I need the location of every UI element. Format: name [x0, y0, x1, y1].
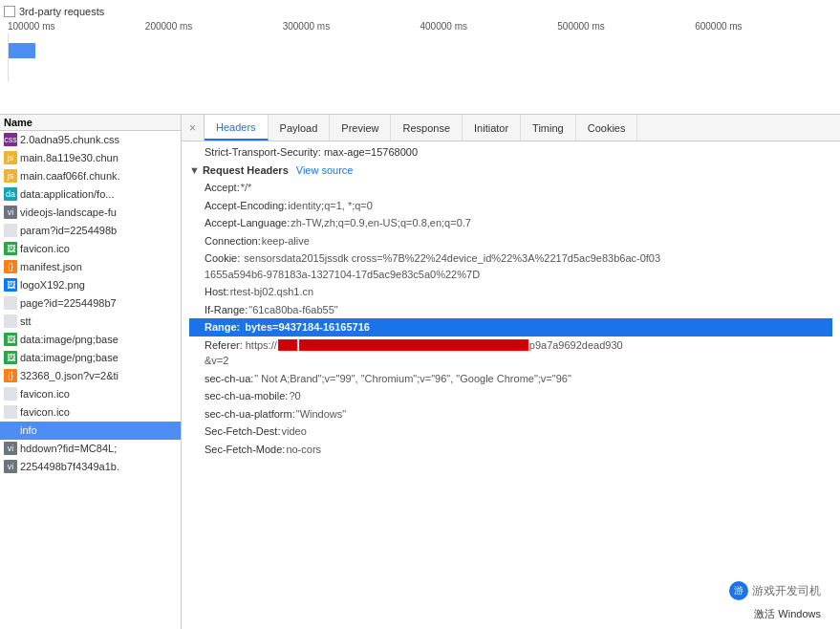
security-header-row: Strict-Transport-Security: max-age=15768… — [189, 145, 832, 159]
ruler-mark-5: 500000 ms — [557, 21, 695, 32]
file-name: manifest.json — [20, 261, 82, 272]
file-name: page?id=2254498b7 — [20, 297, 117, 309]
tab-preview[interactable]: Preview — [330, 115, 391, 141]
ruler-mark-3: 300000 ms — [283, 21, 420, 32]
list-item[interactable]: js main.caaf066f.chunk. — [0, 167, 181, 185]
tab-headers[interactable]: Headers — [205, 115, 269, 141]
list-item[interactable]: 🖼 favicon.ico — [0, 240, 181, 258]
list-item[interactable]: {} 32368_0.json?v=2&ti — [0, 367, 181, 385]
main-split: Name css 2.0adna95.chunk.css js main.8a1… — [0, 115, 840, 629]
header-value: rtest-bj02.qsh1.cn — [230, 284, 313, 300]
file-name: info — [20, 424, 37, 436]
file-name: data:image/png;base — [20, 334, 118, 345]
list-item[interactable]: js main.8a119e30.chun — [0, 149, 181, 167]
header-name: Accept-Language: — [205, 215, 290, 231]
header-value-after-redact: p9a7a9692dead930 — [529, 337, 623, 354]
header-row-accept: Accept: */* — [189, 179, 832, 197]
request-headers-section: ▼ Request Headers View source — [189, 164, 832, 176]
tab-bar: × Headers Payload Preview Response Initi… — [182, 115, 840, 141]
headers-content: Strict-Transport-Security: max-age=15768… — [182, 141, 840, 629]
referer-second-line: &v=2 — [205, 353, 832, 369]
blank-icon — [4, 387, 17, 401]
png-icon: 🖼 — [4, 278, 17, 292]
header-name: Range: — [205, 319, 240, 336]
collapse-triangle[interactable]: ▼ — [189, 164, 200, 176]
header-name: Sec-Fetch-Mode: — [205, 442, 285, 458]
header-name: Connection: — [205, 233, 261, 249]
windows-activation: 激活 Windows — [754, 607, 821, 621]
file-name: favicon.ico — [20, 388, 70, 400]
header-row-sec-fetch-dest: Sec-Fetch-Dest: video — [189, 423, 832, 441]
header-row-cookie: Cookie: sensorsdata2015jssdk cross=%7B%2… — [189, 249, 832, 283]
header-value: bytes=9437184-16165716 — [245, 319, 370, 336]
left-panel[interactable]: Name css 2.0adna95.chunk.css js main.8a1… — [0, 115, 182, 629]
list-item[interactable]: page?id=2254498b7 — [0, 294, 181, 313]
header-row-sec-fetch-mode: Sec-Fetch-Mode: no-cors — [189, 441, 832, 459]
list-item[interactable]: vi 2254498b7f4349a1b. — [0, 458, 181, 476]
list-item[interactable]: param?id=2254498b — [0, 222, 181, 240]
header-name: If-Range: — [205, 302, 248, 318]
video-icon: vi — [4, 460, 17, 473]
header-name: Sec-Fetch-Dest: — [205, 423, 280, 440]
header-name: Accept-Encoding: — [205, 198, 287, 214]
list-item[interactable]: css 2.0adna95.chunk.css — [0, 131, 181, 149]
right-panel: × Headers Payload Preview Response Initi… — [182, 115, 840, 629]
view-source-link[interactable]: View source — [296, 164, 354, 176]
header-value: "61ca80ba-f6ab55" — [248, 302, 337, 318]
header-name: Accept: — [205, 180, 240, 196]
blank-icon — [4, 314, 17, 328]
list-item[interactable]: favicon.ico — [0, 385, 181, 403]
timeline-area: 3rd-party requests 100000 ms 200000 ms 3… — [0, 0, 840, 115]
file-name: param?id=2254498b — [20, 225, 117, 236]
tab-timing[interactable]: Timing — [521, 115, 576, 141]
js-icon: js — [4, 151, 17, 164]
file-name: hddown?fid=MC84L; — [20, 443, 117, 454]
list-item[interactable]: {} manifest.json — [0, 258, 181, 276]
json-icon: {} — [4, 260, 17, 273]
file-list-header: Name — [0, 115, 181, 131]
blank-icon — [4, 224, 17, 237]
list-item[interactable]: vi videojs-landscape-fu — [0, 204, 181, 222]
third-party-row[interactable]: 3rd-party requests — [0, 4, 840, 19]
list-item-info[interactable]: info — [0, 422, 181, 440]
header-row-sec-ch-ua-mobile: sec-ch-ua-mobile: ?0 — [189, 387, 832, 405]
security-header-text: Strict-Transport-Security: max-age=15768… — [205, 146, 418, 158]
header-value: ?0 — [289, 388, 300, 404]
blank-icon — [4, 296, 17, 310]
tab-initiator[interactable]: Initiator — [463, 115, 521, 141]
header-value: sensorsdata2015jssdk cross=%7B%22%24devi… — [244, 252, 660, 264]
img-icon: 🖼 — [4, 333, 17, 346]
third-party-label: 3rd-party requests — [19, 6, 104, 17]
header-name: sec-ch-ua-mobile: — [205, 388, 288, 404]
ruler-mark-4: 400000 ms — [420, 21, 557, 32]
list-item[interactable]: 🖼 logoX192.png — [0, 276, 181, 294]
tab-response[interactable]: Response — [391, 115, 463, 141]
header-row-accept-language: Accept-Language: zh-TW,zh;q=0.9,en-US;q=… — [189, 214, 832, 232]
header-value-2: 1655a594b6-978183a-1327104-17d5ac9e83c5a… — [205, 269, 480, 280]
list-item[interactable]: vi hddown?fid=MC84L; — [0, 440, 181, 458]
file-name: favicon.ico — [20, 406, 70, 418]
tab-payload[interactable]: Payload — [269, 115, 331, 141]
list-item[interactable]: 🖼 data:image/png;base — [0, 331, 181, 349]
file-name: main.caaf066f.chunk. — [20, 170, 120, 182]
referer-redacted-long — [299, 339, 528, 351]
tab-close-button[interactable]: × — [182, 115, 205, 141]
tab-cookies[interactable]: Cookies — [576, 115, 638, 141]
file-name: data:application/fo... — [20, 188, 114, 200]
ruler-mark-6: 600000 ms — [695, 21, 832, 32]
header-name: Referer: — [205, 337, 243, 354]
third-party-checkbox[interactable] — [4, 6, 15, 17]
js-icon: js — [4, 169, 17, 183]
ruler-mark-1: 100000 ms — [8, 21, 145, 32]
list-item[interactable]: da data:application/fo... — [0, 185, 181, 204]
watermark: 游 游戏开发司机 — [729, 581, 821, 600]
list-item[interactable]: 🖼 data:image/png;base — [0, 349, 181, 367]
referer-redacted-box — [278, 339, 297, 351]
img-icon: 🖼 — [4, 242, 17, 255]
header-row-sec-ch-ua: sec-ch-ua: " Not A;Brand";v="99", "Chrom… — [189, 370, 832, 388]
file-name: main.8a119e30.chun — [20, 152, 118, 163]
header-name: sec-ch-ua: — [205, 371, 253, 387]
list-item[interactable]: stt — [0, 313, 181, 331]
list-item[interactable]: favicon.ico — [0, 403, 181, 422]
video-icon: vi — [4, 442, 17, 455]
